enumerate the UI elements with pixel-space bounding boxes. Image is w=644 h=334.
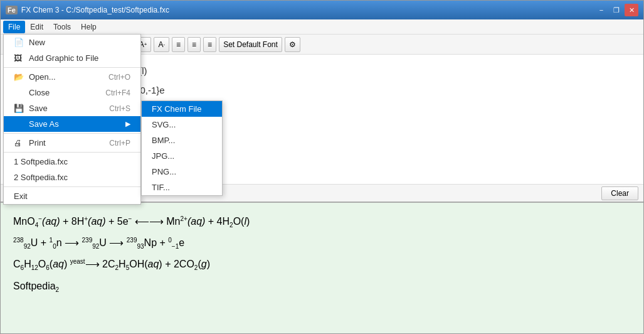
set-default-font-button[interactable]: Set Default Font	[219, 37, 282, 52]
window-controls: − ❐ ✕	[594, 4, 638, 16]
fm-open[interactable]: 📂Open... Ctrl+O	[4, 69, 140, 85]
open-icon: 📂	[14, 72, 25, 82]
sm-jpg[interactable]: JPG...	[142, 148, 222, 164]
app-icon: Fe	[6, 6, 18, 14]
saveas-submenu: FX Chem File SVG... BMP... JPG... PNG...…	[141, 100, 223, 196]
fm-exit[interactable]: Exit	[4, 188, 140, 204]
align-center-button[interactable]: ≡	[187, 37, 201, 52]
print-icon: 🖨	[14, 138, 25, 148]
close-shortcut: Ctrl+F4	[105, 89, 130, 97]
subscript-button[interactable]: A-	[154, 37, 169, 52]
graphic-icon: 🖼	[14, 53, 25, 63]
main-window: Fe FX Chem 3 - C:/Softpedia_test/Softped…	[0, 0, 644, 334]
align-left-button[interactable]: ≡	[172, 37, 185, 52]
menu-file[interactable]: File	[3, 21, 25, 33]
sm-png[interactable]: PNG...	[142, 164, 222, 180]
minimize-button[interactable]: −	[594, 4, 608, 16]
menu-bar: File Edit Tools Help	[1, 19, 643, 35]
fm-sep-1	[4, 67, 140, 68]
restore-button[interactable]: ❐	[610, 4, 623, 16]
title-bar: Fe FX Chem 3 - C:/Softpedia_test/Softped…	[1, 1, 643, 19]
fm-sep-2	[4, 133, 140, 134]
sm-bmp[interactable]: BMP...	[142, 132, 222, 148]
clear-button[interactable]: Clear	[601, 186, 638, 200]
menu-help[interactable]: Help	[76, 21, 102, 33]
preview-line-3: C6H12O6(aq) yeast⟶ 2C2H5OH(aq) + 2CO2(g)	[13, 256, 631, 273]
fm-save-as[interactable]: Save As ▶	[4, 116, 140, 132]
new-icon: 📄	[14, 38, 25, 47]
fm-sep-3	[4, 152, 140, 153]
fm-sep-4	[4, 186, 140, 187]
fm-new[interactable]: 📄New	[4, 35, 140, 50]
preview-area: MnO4−(aq) + 8H+(aq) + 5e− ⟵⟶ Mn2+(aq) + …	[1, 202, 643, 333]
save-as-arrow: ▶	[125, 120, 130, 128]
preview-line-1: MnO4−(aq) + 8H+(aq) + 5e− ⟵⟶ Mn2+(aq) + …	[13, 213, 631, 230]
fm-save[interactable]: 💾Save Ctrl+S	[4, 100, 140, 116]
window-title: FX Chem 3 - C:/Softpedia_test/Softpedia.…	[21, 6, 169, 14]
fm-recent-1[interactable]: 1 Softpedia.fxc	[4, 154, 140, 170]
close-button[interactable]: ✕	[625, 4, 638, 16]
fm-print[interactable]: 🖨Print Ctrl+P	[4, 135, 140, 151]
fm-close[interactable]: Close Ctrl+F4	[4, 85, 140, 100]
save-icon: 💾	[14, 104, 25, 113]
save-shortcut: Ctrl+S	[109, 104, 130, 113]
preview-line-4: Softpedia2	[13, 277, 631, 295]
sm-tif[interactable]: TIF...	[142, 180, 222, 195]
file-menu: 📄New 🖼Add Graphic to File 📂Open... Ctrl+…	[3, 34, 141, 205]
menu-tools[interactable]: Tools	[48, 21, 76, 33]
open-shortcut: Ctrl+O	[108, 73, 130, 82]
sm-svg[interactable]: SVG...	[142, 117, 222, 132]
settings-button[interactable]: ⚙	[285, 37, 300, 52]
title-bar-left: Fe FX Chem 3 - C:/Softpedia_test/Softped…	[6, 6, 169, 14]
menu-edit[interactable]: Edit	[25, 21, 48, 33]
print-shortcut: Ctrl+P	[109, 139, 130, 148]
fm-recent-2[interactable]: 2 Softpedia.fxc	[4, 170, 140, 185]
preview-line-2: 23892U + 10n ⟶ 23992U ⟶ 23993Np + 0−1e	[13, 234, 631, 252]
sm-fx-chem-file[interactable]: FX Chem File	[142, 101, 222, 117]
align-right-button[interactable]: ≡	[203, 37, 216, 52]
fm-add-graphic[interactable]: 🖼Add Graphic to File	[4, 50, 140, 66]
